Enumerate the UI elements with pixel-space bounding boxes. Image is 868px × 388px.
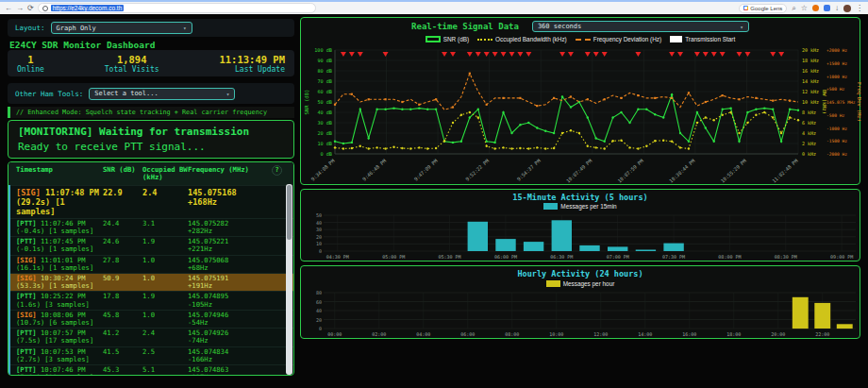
svg-text:10:55:29 PM: 10:55:29 PM [720,158,748,183]
svg-text:08:00 PM: 08:00 PM [718,254,741,260]
svg-text:06:00: 06:00 [460,331,475,337]
svg-text:30: 30 [316,227,322,232]
col-bw: Occupied BW (kHz) [142,166,188,182]
lens-icon [743,6,748,10]
profile-avatar[interactable] [843,5,851,12]
activity-15min-title: 15-Minute Activity (5 hours) [301,193,860,202]
svg-text:+1500 Hz: +1500 Hz [826,61,847,66]
google-lens-button[interactable]: Google Lens [739,4,787,13]
table-row[interactable]: [PTT] 10:07:46 PM(5.6s) [11 samples]45.3… [10,364,293,376]
activity-15min-chart: 0102030405004:30 PM05:00 PM05:30 PM06:00… [301,212,861,261]
back-icon[interactable]: ← [5,5,12,12]
legend-snr: SNR (dB) [426,36,469,42]
svg-text:9:34:08 PM: 9:34:08 PM [309,158,335,181]
svg-text:11:02:48 PM: 11:02:48 PM [771,158,799,183]
svg-text:80 dB: 80 dB [317,68,332,74]
table-row[interactable]: [PTT] 10:07:53 PM(2.7s) [3 samples]41.52… [10,346,293,364]
activity-hourly-title: Hourly Activity (24 hours) [301,269,860,278]
svg-text:0: 0 [319,326,322,331]
svg-text:07:00 PM: 07:00 PM [607,254,629,260]
svg-text:4 kHz: 4 kHz [802,130,816,136]
table-row[interactable]: [PTT] 11:07:45 PM(-0.1s) [1 samples]24.6… [10,236,293,254]
signal-chart-legend: SNR (dB) Occupied Bandwidth (kHz) Freque… [301,36,860,42]
svg-text:9:54:37 PM: 9:54:37 PM [516,158,542,181]
activity-15min-panel: 15-Minute Activity (5 hours) Messages pe… [300,189,860,261]
time-range-value: 360 seconds [538,23,581,30]
svg-text:0: 0 [319,248,322,254]
table-row[interactable]: [SIG] 10:30:24 PM(53.3s) [1 samples]50.9… [10,273,293,291]
layout-select[interactable]: Graph Only ▾ [51,22,192,34]
url-text[interactable]: https://e24ky.decom.co.th [51,5,125,11]
svg-text:12:00: 12:00 [593,331,608,337]
site-info-icon[interactable] [42,6,48,11]
svg-text:20: 20 [316,234,322,240]
bookmark-star-icon[interactable]: ☆ [801,5,808,12]
signal-table-panel: Timestamp SNR (dB) Occupied BW (kHz) Fre… [8,161,294,376]
svg-text:Freq Dev (Hz): Freq Dev (Hz) [856,82,861,122]
legend-freq-dev: Frequency Deviation (Hz) [576,36,661,42]
svg-text:04:00: 04:00 [416,331,430,337]
extension-icon-orange[interactable] [812,5,819,11]
last-update-time: 11:13:49 PM [219,54,285,65]
svg-text:00:00: 00:00 [327,331,342,337]
svg-text:SNR (dB): SNR (dB) [304,90,309,115]
table-row[interactable]: [PTT] 10:07:57 PM(7.5s) [17 samples]41.2… [10,328,293,346]
download-icon[interactable]: ↓ [835,5,839,12]
svg-text:20 dB: 20 dB [317,130,332,136]
forward-icon[interactable]: → [16,5,24,12]
ham-tools-select-value: Select a tool... [94,90,158,97]
extension-icon-blue[interactable] [824,5,830,11]
bar15-swatch [543,203,558,210]
svg-text:10:07:59 PM: 10:07:59 PM [616,158,644,183]
svg-text:40 dB: 40 dB [317,110,332,115]
svg-text:-500 Hz: -500 Hz [826,113,845,118]
svg-text:30 dB: 30 dB [317,120,332,126]
table-row[interactable]: [SIG] 10:08:06 PM(10.7s) [6 samples]45.8… [10,310,293,328]
svg-text:20 kHz: 20 kHz [802,47,819,53]
table-row[interactable]: [PTT] 11:07:46 PM(-0.4s) [1 samples]24.4… [10,218,293,236]
svg-text:9:47:09 PM: 9:47:09 PM [413,158,439,181]
hourly-swatch [546,280,560,287]
google-lens-label: Google Lens [750,6,782,11]
svg-text:-1000 Hz: -1000 Hz [826,127,847,131]
col-timestamp: Timestamp [16,166,103,182]
refresh-icon[interactable]: ⟳ [27,5,34,12]
svg-text:14 kHz: 14 kHz [802,78,819,84]
ham-tools-select[interactable]: Select a tool... ▾ [89,88,235,100]
svg-text:40: 40 [316,308,322,313]
monitoring-substatus: Ready to receive PTT signal... [18,141,284,153]
stat-online: 1 Online [17,54,44,74]
table-scrollbar[interactable] [286,184,292,375]
enhanced-mode-note: // Enhanced Mode: Squelch state tracking… [8,107,294,118]
svg-text:-1500 Hz: -1500 Hz [826,139,847,143]
table-row[interactable]: [PTT] 10:25:22 PM(1.6s) [3 samples]17.81… [10,291,293,309]
menu-kebab-icon[interactable]: ⋮ [856,5,863,12]
address-bar[interactable]: https://e24ky.decom.co.th [38,3,316,13]
svg-text:05:00 PM: 05:00 PM [382,254,405,260]
signal-table-body: [SIG] 11:07:48 PM(29.2s) [1 samples]22.9… [8,185,293,376]
svg-text:10 kHz: 10 kHz [802,99,819,105]
svg-text:06:00 PM: 06:00 PM [494,254,517,260]
svg-text:06:30 PM: 06:30 PM [550,254,573,260]
table-row[interactable]: [SIG] 11:07:48 PM(29.2s) [1 samples]22.9… [10,185,293,218]
svg-text:40: 40 [316,220,322,226]
svg-text:50 dB: 50 dB [317,99,332,105]
svg-text:07:30 PM: 07:30 PM [662,254,685,260]
table-scrollbar-thumb[interactable] [287,185,292,240]
svg-text:-2000 Hz: -2000 Hz [826,152,847,157]
time-range-select[interactable]: 360 seconds ▾ [532,21,749,32]
svg-text:BW (kHz): BW (kHz) [822,90,827,114]
table-row[interactable]: [SIG] 11:01:01 PM(16.1s) [1 samples]27.8… [10,255,293,273]
help-icon[interactable]: ? [272,165,282,176]
search-icon[interactable]: ⌕ [792,5,795,12]
svg-text:04:30 PM: 04:30 PM [326,254,349,260]
stat-total-visits: 1,894 Total Visits [44,54,220,74]
svg-text:02:00: 02:00 [372,331,386,337]
last-update-label: Last Update [235,65,285,74]
svg-text:60 dB: 60 dB [317,89,332,94]
svg-text:10 dB: 10 dB [317,141,332,146]
svg-text:+500 Hz: +500 Hz [826,87,845,92]
svg-text:70 dB: 70 dB [317,78,332,84]
svg-text:9:52:22 PM: 9:52:22 PM [464,158,490,181]
svg-text:08:30 PM: 08:30 PM [775,254,797,260]
